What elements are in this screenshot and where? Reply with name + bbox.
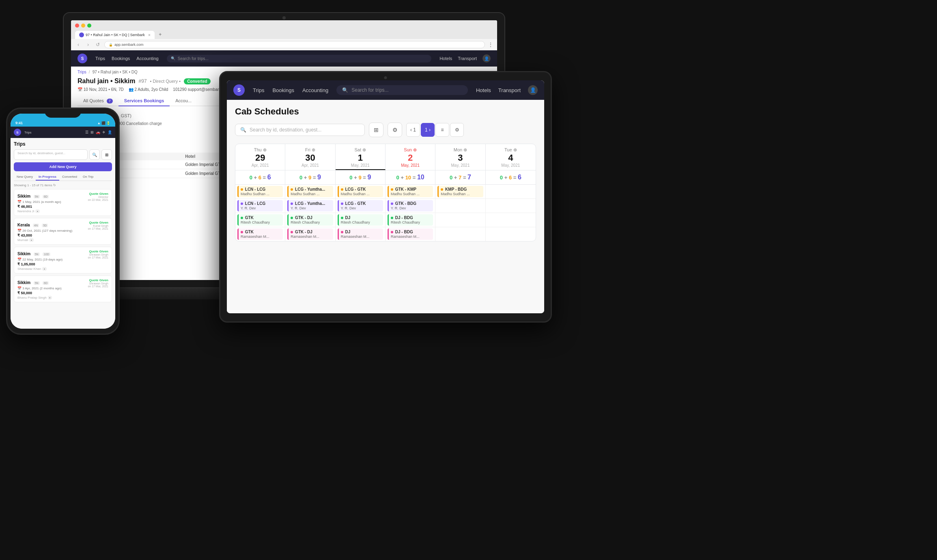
event-route-sat-2: LCG - GTK <box>345 201 366 206</box>
cab-current-page[interactable]: 1 › <box>421 123 435 137</box>
phone-nav-trips[interactable]: Trips <box>24 131 31 134</box>
browser-forward-button[interactable]: › <box>85 41 91 48</box>
cab-prev-button[interactable]: ‹ 1 <box>406 123 420 137</box>
event-route-sun-1: GTK - KMP <box>395 187 416 192</box>
event-thu-3[interactable]: GTK Ritesh Chaudhary <box>235 213 285 227</box>
tablet-nav-accounting[interactable]: Accounting <box>302 87 328 93</box>
event-sat-2[interactable]: LCG - GTK Y. R. Dev <box>336 199 386 213</box>
browser-tab-active[interactable]: 97 • Rahul Jain • SK • DQ | Sembark × <box>75 31 155 39</box>
event-thu-2[interactable]: LCN - LCG Y. R. Dev <box>235 199 285 213</box>
phone-trip-price-2: ₹ 43,000 <box>17 233 108 237</box>
phone-time: 9:41 <box>15 121 23 125</box>
event-sun-1[interactable]: GTK - KMP Madhu Sudhan ... <box>386 185 435 198</box>
browser-reload-button[interactable]: ↺ <box>95 41 101 48</box>
phone-nav-icon-1[interactable]: ☰ <box>85 130 88 134</box>
tablet-app-logo[interactable]: S <box>233 84 245 96</box>
tab-close-icon[interactable]: × <box>148 32 151 37</box>
traffic-lights <box>75 24 493 28</box>
phone-search-button[interactable]: 🔍 <box>89 149 100 160</box>
phone-nav-icon-2[interactable]: ⊞ <box>90 130 94 134</box>
laptop-app-logo[interactable]: S <box>78 54 87 63</box>
day-month-sat: May, 2021 <box>340 163 381 168</box>
event-sat-1[interactable]: LCG - GTK Madhu Sudhan ... <box>336 185 386 198</box>
phone-tab-new-query[interactable]: New Query <box>14 174 36 181</box>
laptop-search-placeholder: Search for trips... <box>178 56 209 61</box>
tablet-nav-transport[interactable]: Transport <box>498 87 521 93</box>
phone-user-icon[interactable]: 👤 <box>108 130 112 134</box>
event-fri-4[interactable]: GTK - DJ Ramaseshan M... <box>285 227 335 241</box>
maximize-window-button[interactable] <box>87 24 91 28</box>
phone-app-logo[interactable]: S <box>14 129 21 136</box>
laptop-nav-hotels[interactable]: Hotels <box>439 56 452 61</box>
phone-tab-converted[interactable]: Converted <box>59 174 80 181</box>
cab-settings-button[interactable]: ⚙ <box>450 123 464 137</box>
phone-trip-card-1[interactable]: Sikkim 5N 6D 📅 1 May, 2021 (a month ago)… <box>14 189 112 216</box>
tablet-nav-hotels[interactable]: Hotels <box>476 87 491 93</box>
event-fri-2[interactable]: LCG - Yumtha... Y. R. Dev <box>285 199 335 213</box>
laptop-nav-transport[interactable]: Transport <box>458 56 477 61</box>
phone-trip-status-2: Quote Given Kunal Singh on 17 Mar, 2021 <box>88 221 108 230</box>
event-route-fri-2: LCG - Yumtha... <box>295 201 325 206</box>
event-sun-4[interactable]: DJ - BDG Ramaseshan M... <box>386 227 435 241</box>
event-route-thu-2: LCN - LCG <box>245 201 266 206</box>
phone-trip-card-3[interactable]: Sikkim 5N 10D 📅 22 May, 2021 (19 days ag… <box>14 247 112 274</box>
phone-trip-card-2[interactable]: Kerala 4N 5D 📅 26 Oct, 2021 (127 days re… <box>14 218 112 245</box>
tablet-user-icon[interactable]: 👤 <box>528 85 538 95</box>
calendar-events-row-1: LCN - LCG Madhu Sudhan ... LCG - Yumtha.… <box>235 185 536 199</box>
calendar-events-row-3: GTK Ritesh Chaudhary GTK - DJ Ritesh Cha… <box>235 213 536 227</box>
tab-services-bookings[interactable]: Services Bookings <box>118 96 170 106</box>
laptop-user-icon[interactable]: 👤 <box>483 54 491 62</box>
event-thu-4[interactable]: GTK Ramaseshan M... <box>235 227 285 241</box>
tablet-nav-trips[interactable]: Trips <box>253 87 264 93</box>
browser-url-bar[interactable]: 🔒 app.sembark.com <box>104 41 485 48</box>
cab-filter2-button[interactable]: ⚙ <box>388 123 402 137</box>
laptop-nav-bookings[interactable]: Bookings <box>112 56 130 61</box>
day-month-mon: May, 2021 <box>439 163 481 168</box>
phone-tab-in-progress[interactable]: In Progress <box>36 174 59 181</box>
tab-accounting[interactable]: Accou... <box>170 96 197 106</box>
event-mon-3-empty <box>435 213 485 227</box>
event-tue-3-empty <box>486 213 536 227</box>
event-tue-4-empty <box>486 227 536 241</box>
event-route-fri-4: GTK - DJ <box>295 230 312 234</box>
close-window-button[interactable] <box>75 24 79 28</box>
event-thu-1[interactable]: LCN - LCG Madhu Sudhan ... <box>235 185 285 198</box>
browser-back-button[interactable]: ‹ <box>75 41 82 48</box>
trip-guests: 👥 2 Adults, 2yo Child <box>129 87 168 92</box>
new-tab-button[interactable]: + <box>155 30 165 39</box>
event-route-sat-4: DJ <box>345 230 350 234</box>
laptop-search-bar[interactable]: 🔍 Search for trips... <box>167 55 431 62</box>
event-mon-1[interactable]: KMP - BDG Madhu Sudhan ... <box>435 185 485 198</box>
cab-search-input[interactable]: 🔍 Search by id, destination, guest... <box>235 124 365 136</box>
cab-list-view-button[interactable]: ≡ <box>435 123 449 137</box>
event-sat-3[interactable]: DJ Ritesh Chaudhary <box>336 213 386 227</box>
laptop-nav-links: Trips Bookings Accounting <box>95 56 159 61</box>
browser-menu-button[interactable]: ⋮ <box>488 42 493 47</box>
laptop-nav-accounting[interactable]: Accounting <box>136 56 158 61</box>
tablet-search-bar[interactable]: 🔍 Search for trips... <box>336 85 468 95</box>
minimize-window-button[interactable] <box>81 24 85 28</box>
event-fri-1[interactable]: LCG - Yumtha... Madhu Sudhan ... <box>285 185 335 198</box>
phone-tab-on-trip[interactable]: On Trip <box>80 174 96 181</box>
event-sun-2[interactable]: GTK - BDG Y. R. Dev <box>386 199 435 213</box>
tablet-nav-right: Hotels Transport 👤 <box>476 85 538 95</box>
tab-all-quotes[interactable]: All Quotes 7 <box>78 96 118 106</box>
phone-showing-count: Showing 1 - 15 of 71 items ↻ <box>14 183 112 187</box>
event-sun-3[interactable]: DJ - BDG Ritesh Chaudhary <box>386 213 435 227</box>
cab-filter-button[interactable]: ⊞ <box>369 123 383 137</box>
event-fri-3[interactable]: GTK - DJ Ritesh Chaudhary <box>285 213 335 227</box>
phone-add-query-button[interactable]: Add New Query <box>14 162 112 171</box>
breadcrumb-trips[interactable]: Trips <box>78 70 86 74</box>
phone-trip-badge-4a: 5N <box>34 281 40 285</box>
phone-nav-icon-4[interactable]: ✈ <box>102 130 106 134</box>
phone-trip-card-4[interactable]: Sikkim 5N 6D 📅 3 Apr, 2021 (2 months ago… <box>14 276 112 302</box>
event-sat-4[interactable]: DJ Ramaseshan M... <box>336 227 386 241</box>
phone-filter-button[interactable]: ⊞ <box>101 149 112 160</box>
tablet-nav-bookings[interactable]: Bookings <box>272 87 294 93</box>
dot-orange-1 <box>241 188 243 191</box>
phone-search-input[interactable]: Search by id, destination, guest... <box>14 149 88 160</box>
phone-trip-tag-4: • <box>48 296 52 299</box>
laptop-nav-trips[interactable]: Trips <box>95 56 105 61</box>
phone-nav-icon-3[interactable]: 🚗 <box>96 130 100 134</box>
browser-address-bar: ‹ › ↺ 🔒 app.sembark.com ⋮ <box>71 39 497 50</box>
